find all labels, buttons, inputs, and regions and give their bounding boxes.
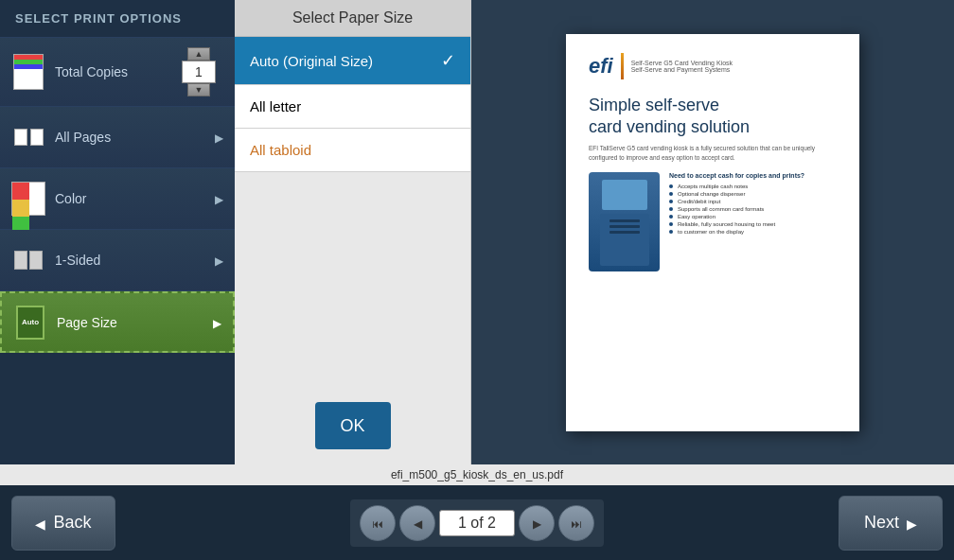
feature-6-text: Reliable, fully sourced housing to meet [678,221,775,227]
color-icon [11,182,45,216]
headline-line2: card vending solution [589,116,837,138]
option-letter-label: All letter [250,98,301,114]
dot-2 [669,192,673,196]
last-page-icon [571,516,582,531]
spinner-up[interactable]: ▲ [187,47,210,61]
feature-5: Easy operation [669,214,837,219]
dot-3 [669,200,673,203]
back-label: Back [53,513,91,533]
total-copies-icon [11,55,45,89]
check-icon: ✓ [441,50,455,71]
first-page-button[interactable] [360,505,396,541]
feature-1: Accepts multiple cash notes [669,184,837,189]
left-panel-header: SELECT PRINT OPTIONS [0,0,235,38]
spinner-down[interactable]: ▼ [187,83,210,96]
color-label: Color [55,191,215,206]
bottom-bar: Back 1 of 2 Next [0,485,954,560]
last-page-button[interactable] [558,505,594,541]
main-container: SELECT PRINT OPTIONS Total Copies ▲ 1 ▼ [0,0,954,464]
left-panel-title: SELECT PRINT OPTIONS [15,11,182,26]
paper-size-dropdown: Select Paper Size Auto (Original Size) ✓… [235,0,471,464]
filename-text: efi_m500_g5_kiosk_ds_en_us.pdf [391,468,563,481]
feature-1-text: Accepts multiple cash notes [678,184,748,189]
page-display: 1 of 2 [439,510,515,536]
menu-item-page-size[interactable]: Auto Page Size [0,291,235,353]
next-page-icon [533,516,541,531]
efi-logo-bar [621,53,624,79]
preview-area: efi Self-Serve G5 Card Vending Kiosk Sel… [471,0,954,464]
feature-3: Credit/debit input [669,199,837,204]
back-arrow-icon [35,512,45,534]
color-arrow [215,190,223,207]
option-all-tabloid[interactable]: All tabloid [235,129,470,172]
copies-spinner[interactable]: ▲ 1 ▼ [182,47,216,96]
kiosk-slot3 [610,231,640,234]
preview-headline: Simple self-serve card vending solution [589,95,837,139]
dropdown-title: Select Paper Size [292,9,413,26]
kiosk-slot2 [610,225,640,228]
feature-2: Optional change dispenser [669,191,837,197]
kiosk-slot1 [610,219,640,222]
tagline-line2: Self-Serve and Payment Systems [631,66,733,73]
left-panel: SELECT PRINT OPTIONS Total Copies ▲ 1 ▼ [0,0,235,464]
preview-content: Need to accept cash for copies and print… [589,172,837,271]
pagination-controls: 1 of 2 [350,499,604,547]
feature-7-text: to customer on the display [678,229,744,235]
feature-4-text: Supports all common card formats [678,206,764,212]
menu-item-1-sided[interactable]: 1-Sided [0,230,235,291]
page-size-label: Page Size [57,315,213,330]
all-pages-arrow [215,129,223,146]
auto-tag: Auto [22,318,39,326]
page-number: 1 of 2 [458,515,496,531]
sided-icon [11,243,45,277]
preview-efi-header: efi Self-Serve G5 Card Vending Kiosk Sel… [589,53,837,79]
back-button[interactable]: Back [11,496,115,551]
option-tabloid-label: All tabloid [250,142,311,158]
next-button[interactable]: Next [839,496,943,551]
dot-1 [669,184,673,188]
all-pages-icon [11,120,45,154]
feature-2-text: Optional change dispenser [678,191,745,197]
preview-features: Need to accept cash for copies and print… [669,172,837,271]
kiosk-body [600,214,649,266]
dot-6 [669,222,673,226]
kiosk-image [589,172,660,271]
preview-page: efi Self-Serve G5 Card Vending Kiosk Sel… [566,34,859,431]
option-all-letter[interactable]: All letter [235,85,470,129]
filename-bar: efi_m500_g5_kiosk_ds_en_us.pdf [0,464,954,485]
all-pages-label: All Pages [55,130,215,145]
dot-5 [669,215,673,219]
page-size-icon: Auto [13,306,47,340]
menu-item-total-copies[interactable]: Total Copies ▲ 1 ▼ [0,38,235,107]
next-label: Next [864,513,899,533]
preview-body: EFI TallServe G5 card vending kiosk is a… [589,144,837,163]
option-auto-label: Auto (Original Size) [250,53,373,69]
feature-5-text: Easy operation [678,214,716,219]
headline-line1: Simple self-serve [589,95,837,116]
prev-page-button[interactable] [399,505,435,541]
next-page-button[interactable] [519,505,555,541]
dot-4 [669,207,673,211]
ok-button[interactable]: OK [315,402,391,449]
tagline-line1: Self-Serve G5 Card Vending Kiosk [631,60,733,66]
option-auto[interactable]: Auto (Original Size) ✓ [235,37,470,85]
ok-area: OK [235,387,470,464]
dropdown-options-list: Auto (Original Size) ✓ All letter All ta… [235,37,470,212]
feature-7: to customer on the display [669,229,837,235]
sided-arrow [215,252,223,269]
copies-value[interactable]: 1 [182,61,216,83]
total-copies-label: Total Copies [55,64,182,79]
efi-logo: efi [589,54,613,79]
prev-page-icon [414,516,422,531]
dropdown-header: Select Paper Size [235,0,470,37]
menu-item-all-pages[interactable]: All Pages [0,107,235,168]
next-arrow-icon [907,512,917,534]
dot-7 [669,230,673,234]
first-page-icon [372,516,383,531]
menu-item-color[interactable]: Color [0,168,235,230]
feature-6: Reliable, fully sourced housing to meet [669,221,837,227]
features-title: Need to accept cash for copies and print… [669,172,837,179]
efi-tagline: Self-Serve G5 Card Vending Kiosk Self-Se… [631,60,733,73]
kiosk-screen [602,180,647,210]
sided-label: 1-Sided [55,253,215,268]
